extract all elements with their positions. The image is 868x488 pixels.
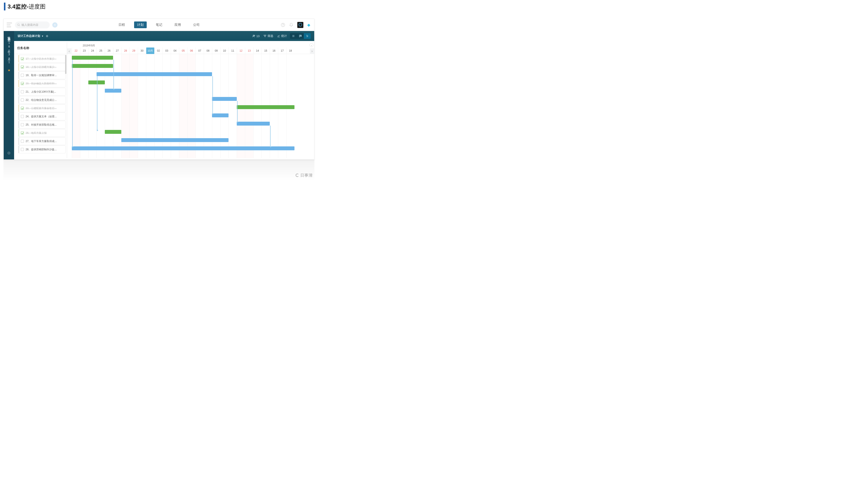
brand-watermark: 日事清 (296, 173, 313, 178)
gantt-bar[interactable] (72, 147, 294, 150)
timeline-day[interactable]: 15 (261, 47, 270, 54)
task-row[interactable]: 24、提供方案文本（如需... (19, 112, 65, 120)
task-row[interactable]: 28、提供营销部制作沙盘... (19, 145, 65, 153)
checkbox-icon[interactable] (21, 123, 24, 126)
settings-icon[interactable]: ⚙ (7, 150, 11, 156)
nav-tab-4[interactable]: 公司 (190, 22, 203, 28)
timeline-day[interactable]: 27 (113, 47, 121, 54)
brand-ring-icon (296, 173, 299, 177)
checkbox-icon[interactable] (21, 107, 24, 110)
stats-icon (277, 34, 280, 37)
task-row[interactable]: 17、上报小区永水方案(2... (19, 55, 65, 63)
project-name-vertical[interactable]: 悦龙台项目计划（018年03月31日开盘 (7, 34, 11, 65)
timeline-day[interactable]: 16 (270, 47, 278, 54)
nav-tab-3[interactable]: 应用 (172, 22, 184, 28)
timeline-day[interactable]: 03 (162, 47, 171, 54)
timeline-day[interactable]: 07 (195, 47, 204, 54)
gantt-bar[interactable] (212, 97, 237, 101)
checkbox-icon[interactable] (21, 82, 24, 85)
members-button[interactable]: 13 (252, 34, 259, 38)
menu-icon[interactable] (7, 23, 12, 27)
diamond-icon[interactable]: ◆ (307, 23, 310, 27)
checkbox-icon[interactable] (21, 98, 24, 101)
timeline-day[interactable]: 22 (72, 47, 80, 54)
task-row[interactable]: 19、取得一次规划调整审... (19, 71, 65, 79)
checkbox-icon[interactable] (21, 65, 24, 69)
checkbox-icon[interactable] (21, 115, 24, 118)
view-board-button[interactable] (297, 33, 304, 39)
checkbox-icon[interactable] (21, 57, 24, 60)
task-label: 19、取得一次规划调整审... (26, 73, 57, 77)
accent-bar (4, 3, 5, 10)
task-row[interactable]: 25、对接开发部取得总规... (19, 121, 65, 129)
help-icon[interactable] (281, 23, 285, 27)
timeline-prev-button[interactable]: ‹ (67, 48, 71, 54)
svg-point-6 (253, 35, 254, 36)
gantt-bar[interactable] (72, 64, 113, 68)
gantt-bar[interactable] (212, 113, 228, 117)
gantt-bar[interactable] (237, 105, 294, 109)
timeline-day[interactable]: 06 (187, 47, 195, 54)
checkbox-icon[interactable] (21, 148, 24, 151)
plan-name[interactable]: 设计工作总体计划 (18, 34, 40, 38)
task-row[interactable]: 23、公建配套方案会签后... (19, 104, 65, 112)
task-column-header: 任务名称 (14, 42, 67, 54)
app-body: 悦龙台项目计划（018年03月31日开盘 ★ ⚙ 设计工作总体计划 ▼ ⚙ 13… (4, 31, 314, 159)
chevron-down-icon[interactable]: ▼ (41, 35, 43, 37)
timeline-day[interactable]: 25 (97, 47, 105, 54)
timeline-day[interactable]: 12 (237, 47, 245, 54)
task-row[interactable]: 26、地库方案上报 (19, 129, 65, 137)
gantt-bar[interactable] (88, 80, 105, 85)
checkbox-icon[interactable] (21, 74, 24, 77)
nav-tab-0[interactable]: 日程 (116, 22, 128, 28)
timeline-day[interactable]: 14 (253, 47, 261, 54)
view-list-button[interactable] (290, 33, 297, 39)
timeline-day[interactable]: 09 (212, 47, 220, 54)
nav-tab-2[interactable]: 笔记 (153, 22, 165, 28)
timeline-body[interactable] (72, 54, 309, 158)
view-gantt-button[interactable] (304, 33, 311, 39)
avatar[interactable] (297, 22, 303, 28)
plan-settings-icon[interactable]: ⚙ (46, 34, 49, 38)
gantt-bar[interactable] (105, 130, 121, 134)
timeline-day[interactable]: 28 (121, 47, 129, 54)
timeline-day[interactable]: 02 (154, 47, 162, 54)
timeline-day[interactable]: 10 (220, 47, 228, 54)
star-icon[interactable]: ★ (8, 68, 10, 73)
task-row[interactable]: 18、上报小区供暖方案(2... (19, 63, 65, 71)
task-list[interactable]: 17、上报小区永水方案(2...18、上报小区供暖方案(2...19、取得一次规… (14, 54, 67, 158)
task-column: 任务名称 17、上报小区永水方案(2...18、上报小区供暖方案(2...19、… (14, 42, 67, 158)
task-row[interactable]: 20、初步确定人防面积和... (19, 79, 65, 88)
bell-icon[interactable] (289, 23, 293, 27)
search-input[interactable]: 输入搜索内容 (15, 22, 50, 28)
task-row[interactable]: 21、上报小区10KV方案(... (19, 88, 65, 96)
gantt-bar[interactable] (121, 138, 228, 142)
svg-point-7 (254, 35, 255, 36)
timeline-day[interactable]: 04 (171, 47, 179, 54)
timeline-day[interactable]: 29 (129, 47, 138, 54)
timeline-day[interactable]: 17 (278, 47, 286, 54)
timeline-day[interactable]: 05 (179, 47, 187, 54)
timeline-day[interactable]: 26 (105, 47, 113, 54)
task-row[interactable]: 22、结合物业意见完成公... (19, 96, 65, 104)
slide-title-suffix: 进度图 (29, 3, 45, 10)
gantt-bar[interactable] (237, 122, 270, 126)
task-row[interactable]: 27、地下车库方案取得成... (19, 137, 65, 145)
checkbox-icon[interactable] (21, 131, 24, 134)
nav-tab-1[interactable]: 计划 (134, 22, 147, 28)
timeline-day[interactable]: 11 (228, 47, 237, 54)
timeline-day[interactable]: 24 (88, 47, 97, 54)
timeline-day[interactable]: 13 (245, 47, 253, 54)
checkbox-icon[interactable] (21, 90, 24, 93)
filter-button[interactable]: 筛选 (264, 34, 273, 38)
timeline-day[interactable]: 08 (204, 47, 212, 54)
checkbox-icon[interactable] (21, 140, 24, 143)
timeline-day[interactable]: 18 (286, 47, 294, 54)
timeline-next-button[interactable]: › (310, 48, 314, 54)
timeline-day[interactable]: 10月 (146, 47, 154, 54)
timeline-day[interactable]: 30 (138, 47, 146, 54)
stats-button[interactable]: 统计 (277, 34, 287, 38)
gantt-bar[interactable] (72, 56, 113, 60)
timeline-day[interactable]: 23 (80, 47, 88, 54)
add-button[interactable] (52, 22, 58, 28)
